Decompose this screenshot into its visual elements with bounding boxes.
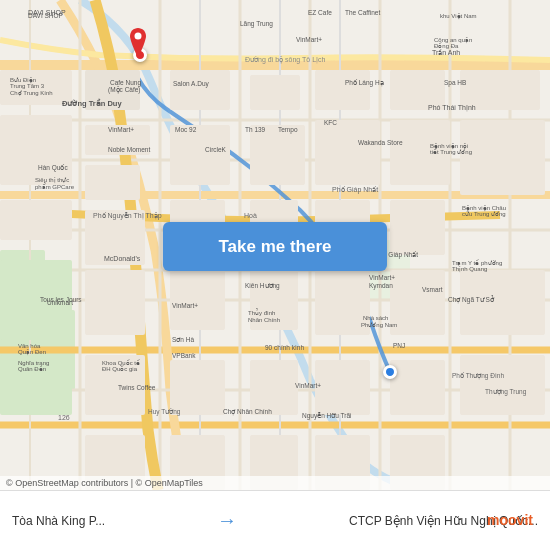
svg-text:Phương Nam: Phương Nam	[361, 322, 397, 328]
footer-bar: Tòa Nhà King P... → CTCP Bệnh Viện Hữu N…	[0, 490, 550, 550]
svg-text:Th 139: Th 139	[245, 126, 266, 133]
svg-text:Thượng Trung: Thượng Trung	[485, 388, 527, 396]
svg-rect-28	[170, 70, 230, 110]
svg-text:VinMart+: VinMart+	[296, 36, 322, 43]
copyright-bar: © OpenStreetMap contributors | © OpenMap…	[0, 476, 550, 490]
svg-rect-54	[170, 360, 225, 415]
svg-text:McDonald's: McDonald's	[104, 255, 141, 262]
moovit-text: moovit	[487, 512, 533, 528]
svg-text:VinMart+: VinMart+	[369, 274, 395, 281]
svg-text:EZ Cafe: EZ Cafe	[308, 9, 332, 16]
svg-rect-58	[460, 355, 545, 415]
footer-origin: Tòa Nhà King P...	[12, 514, 105, 528]
copyright-text: © OpenStreetMap contributors | © OpenMap…	[6, 478, 203, 488]
svg-text:CircleK: CircleK	[205, 146, 227, 153]
svg-point-140	[135, 33, 142, 40]
svg-text:126: 126	[58, 414, 70, 421]
svg-text:Thịnh Quang: Thịnh Quang	[452, 266, 487, 273]
svg-text:Phó Thái Thịnh: Phó Thái Thịnh	[428, 104, 476, 112]
svg-rect-49	[390, 270, 445, 335]
take-me-there-button[interactable]: Take me there	[163, 222, 387, 271]
svg-rect-56	[315, 360, 370, 415]
svg-text:Khoa Quốc tế: Khoa Quốc tế	[102, 359, 140, 366]
svg-text:Moc 92: Moc 92	[175, 126, 197, 133]
svg-rect-51	[85, 270, 145, 335]
svg-rect-33	[460, 120, 545, 195]
svg-text:DAVI SHOP: DAVI SHOP	[28, 12, 63, 19]
svg-text:Chợ Nhân Chính: Chợ Nhân Chính	[223, 408, 272, 416]
svg-text:Kiên Hương: Kiên Hương	[245, 282, 280, 290]
destination-pin-icon	[126, 28, 150, 58]
svg-rect-45	[390, 200, 445, 255]
svg-text:VPBank: VPBank	[172, 352, 196, 359]
svg-rect-29	[250, 75, 300, 110]
svg-text:KFC: KFC	[324, 119, 337, 126]
origin-name: Tòa Nhà King P...	[12, 514, 105, 528]
svg-text:Phố Giáp Nhất: Phố Giáp Nhất	[332, 186, 378, 194]
svg-text:Hoà: Hoà	[244, 212, 257, 219]
svg-rect-30	[315, 70, 370, 110]
svg-rect-57	[390, 360, 445, 415]
svg-text:Thủy đình: Thủy đình	[248, 308, 275, 316]
svg-text:Nguyễn Hữu Trãi: Nguyễn Hữu Trãi	[302, 412, 352, 420]
svg-rect-35	[315, 120, 380, 185]
svg-text:PNJ: PNJ	[393, 342, 405, 349]
svg-text:tiết Trung ương: tiết Trung ương	[430, 148, 472, 155]
svg-text:(Mộc Càfe): (Mộc Càfe)	[108, 86, 141, 94]
svg-text:Vsmart: Vsmart	[422, 286, 443, 293]
svg-text:Đường đi bộ sông Tô Lịch: Đường đi bộ sông Tô Lịch	[245, 56, 326, 64]
svg-rect-36	[170, 125, 230, 185]
svg-text:Sơn Hà: Sơn Hà	[172, 336, 194, 343]
svg-text:Lăng Trung: Lăng Trung	[240, 20, 273, 28]
svg-text:phẩm GPCare: phẩm GPCare	[35, 182, 75, 190]
svg-text:Spa HB: Spa HB	[444, 79, 466, 87]
svg-text:Phố Láng Hạ: Phố Láng Hạ	[345, 79, 384, 87]
svg-rect-39	[0, 115, 72, 185]
svg-rect-40	[0, 200, 72, 240]
svg-text:Nhà sách: Nhà sách	[363, 315, 388, 321]
svg-text:Salon A.Duy: Salon A.Duy	[173, 80, 210, 88]
svg-text:Siêu thị thực: Siêu thị thực	[35, 177, 69, 184]
svg-text:khu Việt Nam: khu Việt Nam	[440, 13, 477, 20]
svg-text:Huy Tường: Huy Tường	[148, 408, 181, 416]
svg-text:Chợ Ngã Tư Sở: Chợ Ngã Tư Sở	[448, 295, 495, 304]
svg-text:Noble Moment: Noble Moment	[108, 146, 150, 153]
svg-text:90 chính kình: 90 chính kình	[265, 344, 304, 351]
svg-text:Unikmart: Unikmart	[47, 299, 73, 306]
svg-text:VinMart+: VinMart+	[295, 382, 321, 389]
route-arrow: →	[217, 509, 237, 532]
svg-text:VinMart+: VinMart+	[172, 302, 198, 309]
svg-text:Chợ Trung Kính: Chợ Trung Kính	[10, 90, 53, 97]
svg-text:Wakanda Store: Wakanda Store	[358, 139, 403, 146]
svg-text:Twins Coffee: Twins Coffee	[118, 384, 156, 391]
svg-rect-46	[170, 270, 225, 330]
svg-text:Phố Thượng Đình: Phố Thượng Đình	[452, 372, 504, 380]
svg-text:Đống Đa: Đống Đa	[434, 42, 459, 49]
map-container: DAVI SHOP Đường đi bộ sông Tô Lịch Đường…	[0, 0, 550, 490]
svg-text:Trung Tâm 3: Trung Tâm 3	[10, 83, 45, 89]
svg-text:ĐH Quốc gia: ĐH Quốc gia	[102, 365, 138, 372]
svg-rect-27	[85, 165, 140, 200]
moovit-logo: moovit	[470, 490, 550, 550]
svg-text:VinMart+: VinMart+	[108, 126, 134, 133]
svg-text:Phố Nguyễn Thị Thập: Phố Nguyễn Thị Thập	[93, 212, 162, 220]
svg-text:Trần Anh: Trần Anh	[432, 49, 460, 56]
svg-text:Tempo: Tempo	[278, 126, 298, 134]
svg-rect-55	[250, 360, 298, 415]
svg-text:Kymdan: Kymdan	[369, 282, 393, 290]
svg-text:The Caffinet: The Caffinet	[345, 9, 380, 16]
svg-text:Quân Đền: Quân Đền	[18, 365, 46, 372]
destination-marker	[383, 365, 397, 379]
svg-text:Đường Trần Duy: Đường Trần Duy	[62, 98, 122, 108]
svg-text:Nhân Chính: Nhân Chính	[248, 317, 280, 323]
svg-text:cứu Trung ương: cứu Trung ương	[462, 211, 506, 217]
svg-text:Quận Đen: Quận Đen	[18, 349, 46, 356]
svg-rect-37	[250, 125, 305, 185]
svg-text:Hàn Quốc: Hàn Quốc	[38, 164, 68, 172]
